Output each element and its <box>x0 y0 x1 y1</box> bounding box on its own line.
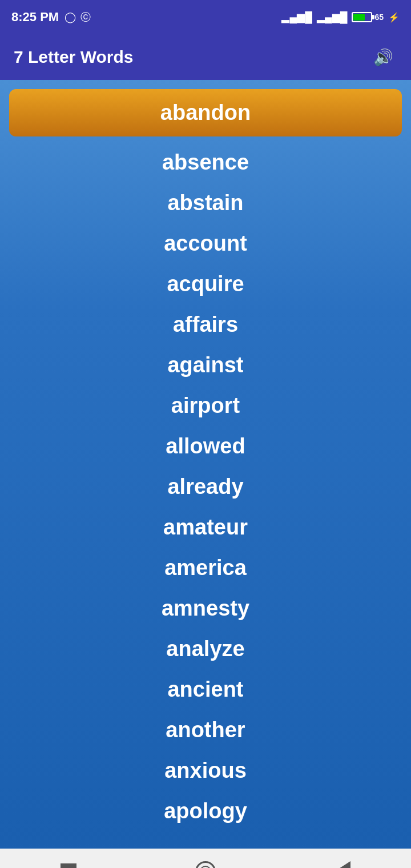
list-item[interactable]: analyze <box>9 629 402 669</box>
battery: 65 <box>352 12 384 22</box>
status-right: ▂▄▆█ ▂▄▆█ 65 ⚡ <box>281 11 400 23</box>
content-area: abandon absenceabstainaccountacquireaffa… <box>0 80 411 849</box>
signal-bars-1: ▂▄▆█ <box>281 11 312 23</box>
list-item[interactable]: acquire <box>9 264 402 304</box>
list-item[interactable]: another <box>9 710 402 750</box>
list-item[interactable]: already <box>9 467 402 507</box>
sound-button[interactable]: 🔊 <box>369 43 397 71</box>
list-item[interactable]: america <box>9 548 402 588</box>
list-item[interactable]: against <box>9 345 402 385</box>
signal-bars-2: ▂▄▆█ <box>317 11 348 23</box>
recent-apps-icon <box>61 863 76 868</box>
highlighted-word-button[interactable]: abandon <box>9 89 402 136</box>
app-title: 7 Letter Words <box>14 47 134 67</box>
status-icons: ◯ ⓒ <box>65 10 91 24</box>
back-button[interactable] <box>328 857 357 868</box>
status-left: 8:25 PM ◯ ⓒ <box>11 10 91 25</box>
back-icon <box>335 861 350 868</box>
battery-box <box>352 12 372 22</box>
home-button[interactable] <box>191 857 220 868</box>
recent-apps-button[interactable] <box>54 857 83 868</box>
list-item[interactable]: amateur <box>9 507 402 548</box>
list-item[interactable]: ancient <box>9 669 402 710</box>
home-icon <box>195 861 216 868</box>
list-item[interactable]: allowed <box>9 426 402 467</box>
at-icon: ⓒ <box>80 10 91 24</box>
highlighted-word-text: abandon <box>160 101 251 124</box>
status-bar: 8:25 PM ◯ ⓒ ▂▄▆█ ▂▄▆█ 65 ⚡ <box>0 0 411 34</box>
circle-icon: ◯ <box>65 11 76 23</box>
battery-fill <box>353 14 365 21</box>
list-item[interactable]: abstain <box>9 183 402 223</box>
list-item[interactable]: account <box>9 223 402 264</box>
list-item[interactable]: anxious <box>9 750 402 791</box>
charging-icon: ⚡ <box>388 12 400 23</box>
app-header: 7 Letter Words 🔊 <box>0 34 411 80</box>
list-item[interactable]: affairs <box>9 304 402 345</box>
list-item[interactable]: airport <box>9 385 402 426</box>
list-item[interactable]: amnesty <box>9 588 402 629</box>
sound-icon: 🔊 <box>373 48 393 67</box>
list-item[interactable]: apology <box>9 791 402 831</box>
word-list: absenceabstainaccountacquireaffairsagain… <box>9 142 402 831</box>
status-time: 8:25 PM <box>11 10 59 25</box>
battery-percent: 65 <box>374 13 384 22</box>
nav-bar <box>0 849 411 868</box>
list-item[interactable]: absence <box>9 142 402 183</box>
